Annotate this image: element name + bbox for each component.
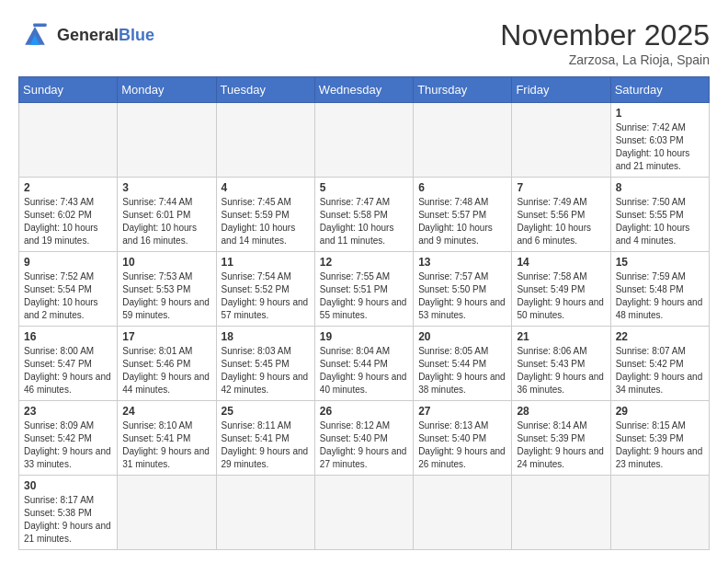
day-16: 16 Sunrise: 8:00 AMSunset: 5:47 PMDaylig… [19,327,118,401]
empty-cell [19,103,118,178]
day-18: 18 Sunrise: 8:03 AMSunset: 5:45 PMDaylig… [216,327,314,401]
empty-cell [118,103,216,178]
day-17: 17 Sunrise: 8:01 AMSunset: 5:46 PMDaylig… [118,327,216,401]
header-saturday: Saturday [610,77,709,103]
empty-cell [216,476,314,550]
day-30: 30 Sunrise: 8:17 AMSunset: 5:38 PMDaylig… [19,476,118,550]
generalblue-logo-icon [18,18,51,52]
day-25: 25 Sunrise: 8:11 AMSunset: 5:41 PMDaylig… [216,401,314,476]
calendar-row-6: 30 Sunrise: 8:17 AMSunset: 5:38 PMDaylig… [19,476,710,550]
location: Zarzosa, La Rioja, Spain [500,52,710,67]
empty-cell [216,103,314,178]
day-2: 2 Sunrise: 7:43 AMSunset: 6:02 PMDayligh… [19,178,118,252]
day-3: 3 Sunrise: 7:44 AMSunset: 6:01 PMDayligh… [118,178,216,252]
day-6: 6 Sunrise: 7:48 AMSunset: 5:57 PMDayligh… [414,178,512,252]
day-19: 19 Sunrise: 8:04 AMSunset: 5:44 PMDaylig… [314,327,413,401]
svg-rect-3 [33,23,46,27]
day-9: 9 Sunrise: 7:52 AMSunset: 5:54 PMDayligh… [19,252,118,327]
day-29: 29 Sunrise: 8:15 AMSunset: 5:39 PMDaylig… [610,401,709,476]
day-13: 13 Sunrise: 7:57 AMSunset: 5:50 PMDaylig… [414,252,512,327]
title-block: November 2025 Zarzosa, La Rioja, Spain [500,18,710,67]
weekday-header-row: Sunday Monday Tuesday Wednesday Thursday… [19,77,710,103]
day-5: 5 Sunrise: 7:47 AMSunset: 5:58 PMDayligh… [314,178,413,252]
day-8: 8 Sunrise: 7:50 AMSunset: 5:55 PMDayligh… [610,178,709,252]
day-26: 26 Sunrise: 8:12 AMSunset: 5:40 PMDaylig… [314,401,413,476]
calendar-row-5: 23 Sunrise: 8:09 AMSunset: 5:42 PMDaylig… [19,401,710,476]
day-12: 12 Sunrise: 7:55 AMSunset: 5:51 PMDaylig… [314,252,413,327]
day-28: 28 Sunrise: 8:14 AMSunset: 5:39 PMDaylig… [512,401,610,476]
empty-cell [512,103,610,178]
empty-cell [314,476,413,550]
day-1: 1 Sunrise: 7:42 AMSunset: 6:03 PMDayligh… [610,103,709,178]
day-23: 23 Sunrise: 8:09 AMSunset: 5:42 PMDaylig… [19,401,118,476]
day-27: 27 Sunrise: 8:13 AMSunset: 5:40 PMDaylig… [414,401,512,476]
empty-cell [118,476,216,550]
header-thursday: Thursday [414,77,512,103]
day-4: 4 Sunrise: 7:45 AMSunset: 5:59 PMDayligh… [216,178,314,252]
day-15: 15 Sunrise: 7:59 AMSunset: 5:48 PMDaylig… [610,252,709,327]
empty-cell [414,103,512,178]
day-10: 10 Sunrise: 7:53 AMSunset: 5:53 PMDaylig… [118,252,216,327]
header-sunday: Sunday [19,77,118,103]
day-20: 20 Sunrise: 8:05 AMSunset: 5:44 PMDaylig… [414,327,512,401]
header-tuesday: Tuesday [216,77,314,103]
logo-text: GeneralBlue [57,26,154,45]
day-24: 24 Sunrise: 8:10 AMSunset: 5:41 PMDaylig… [118,401,216,476]
empty-cell [512,476,610,550]
header-monday: Monday [118,77,216,103]
day-21: 21 Sunrise: 8:06 AMSunset: 5:43 PMDaylig… [512,327,610,401]
empty-cell [314,103,413,178]
empty-cell [414,476,512,550]
calendar-row-4: 16 Sunrise: 8:00 AMSunset: 5:47 PMDaylig… [19,327,710,401]
month-title: November 2025 [500,18,710,52]
header-wednesday: Wednesday [314,77,413,103]
calendar-row-1: 1 Sunrise: 7:42 AMSunset: 6:03 PMDayligh… [19,103,710,178]
calendar-row-3: 9 Sunrise: 7:52 AMSunset: 5:54 PMDayligh… [19,252,710,327]
day-11: 11 Sunrise: 7:54 AMSunset: 5:52 PMDaylig… [216,252,314,327]
day-22: 22 Sunrise: 8:07 AMSunset: 5:42 PMDaylig… [610,327,709,401]
empty-cell [610,476,709,550]
calendar-table: Sunday Monday Tuesday Wednesday Thursday… [18,76,710,550]
day-14: 14 Sunrise: 7:58 AMSunset: 5:49 PMDaylig… [512,252,610,327]
header-friday: Friday [512,77,610,103]
calendar-row-2: 2 Sunrise: 7:43 AMSunset: 6:02 PMDayligh… [19,178,710,252]
logo: GeneralBlue [18,18,154,52]
day-7: 7 Sunrise: 7:49 AMSunset: 5:56 PMDayligh… [512,178,610,252]
page-header: GeneralBlue November 2025 Zarzosa, La Ri… [18,18,710,67]
